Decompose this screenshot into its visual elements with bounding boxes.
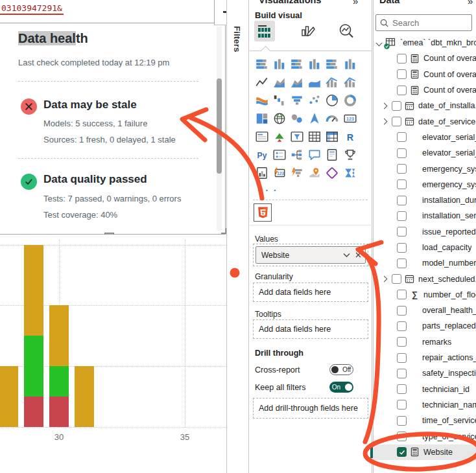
scatter-chart-icon[interactable] — [307, 93, 322, 108]
multi-row-card-icon[interactable] — [255, 130, 269, 144]
field-row-model-number[interactable]: model_number — [373, 255, 476, 271]
values-field-pill[interactable]: Website — [256, 246, 366, 264]
bar-segment-green[interactable] — [24, 336, 43, 397]
field-checkbox[interactable] — [392, 274, 401, 284]
field-row-next-scheduled-[interactable]: next_scheduled... — [373, 271, 476, 286]
q-and-a-icon[interactable] — [307, 148, 322, 162]
field-row-repair-actions-t-[interactable]: repair_actions_t... — [373, 350, 476, 365]
field-row-count-of-overal-[interactable]: Count of overal... — [373, 51, 476, 66]
field-row-technician-name[interactable]: technician_name — [373, 397, 476, 413]
field-checkbox[interactable] — [397, 447, 407, 457]
area-chart-icon[interactable] — [272, 75, 287, 89]
html5-custom-visual-selected[interactable] — [254, 203, 272, 222]
field-checkbox[interactable] — [397, 259, 407, 268]
treemap-icon[interactable] — [255, 111, 269, 126]
field-checkbox[interactable] — [397, 432, 407, 441]
table-icon[interactable] — [307, 130, 322, 144]
field-checkbox[interactable] — [397, 211, 407, 221]
field-row-overall-health-c-[interactable]: overall_health_c... — [373, 303, 476, 318]
power-automate-icon[interactable] — [343, 166, 357, 180]
matrix-icon[interactable] — [325, 130, 339, 144]
donut-chart-icon[interactable] — [343, 93, 357, 108]
field-row-elevator-serial-[interactable]: elevator_serial_... — [373, 145, 476, 161]
field-row-date-of-installa-[interactable]: date_of_installa... — [373, 98, 476, 113]
power-apps-icon[interactable] — [325, 166, 339, 180]
field-row-emergency-syst-[interactable]: emergency_syst... — [373, 161, 476, 176]
field-row-installation-dur-[interactable]: installation_dur... — [373, 192, 476, 208]
more-visuals-button[interactable]: . . . — [257, 182, 278, 193]
field-row-remarks[interactable]: remarks — [373, 334, 476, 350]
field-row-date-of-service[interactable]: date_of_service — [373, 113, 476, 129]
scorecard-icon[interactable]: 123 — [272, 166, 287, 180]
stacked-column-chart-icon[interactable] — [272, 57, 287, 71]
field-row-count-of-overal-[interactable]: Count of overal... — [373, 82, 476, 98]
field-checkbox[interactable] — [397, 384, 407, 394]
search-input[interactable] — [392, 18, 464, 28]
bar-segment-yellow[interactable] — [75, 366, 94, 427]
paginated-report-icon[interactable] — [255, 166, 269, 180]
field-row-number-of-floo-[interactable]: ∑number_of_floo... — [373, 287, 476, 303]
remove-field-icon[interactable] — [355, 252, 361, 258]
field-row-elevator-serial-[interactable]: elevator_serial_... — [373, 130, 476, 145]
field-checkbox[interactable] — [397, 306, 407, 316]
filters-pane-collapsed[interactable] — [226, 0, 249, 473]
stacked-area-chart-icon[interactable] — [290, 75, 304, 89]
bar-segment-red[interactable] — [24, 397, 43, 427]
100-stacked-bar-chart-icon[interactable] — [325, 57, 339, 71]
expand-chevron-icon[interactable] — [381, 276, 388, 283]
field-checkbox[interactable] — [397, 164, 407, 174]
field-checkbox[interactable] — [397, 132, 407, 142]
field-row-installation-serv-[interactable]: installation_serv... — [373, 208, 476, 224]
field-row-website[interactable]: Website — [373, 444, 476, 460]
field-checkbox[interactable] — [397, 400, 407, 410]
100-stacked-area-chart-icon[interactable] — [307, 75, 322, 89]
arcgis-map-icon[interactable] — [307, 166, 322, 180]
python-visual-icon[interactable]: Py — [255, 148, 269, 162]
100-stacked-column-chart-icon[interactable] — [343, 57, 357, 71]
line-and-stacked-column-chart-icon[interactable] — [325, 75, 339, 89]
bar-segment-yellow[interactable] — [24, 245, 43, 336]
field-checkbox[interactable] — [392, 101, 401, 111]
funnel-chart-icon[interactable] — [290, 93, 304, 108]
field-checkbox[interactable] — [397, 337, 407, 347]
field-checkbox[interactable] — [397, 227, 407, 236]
drill-through-well[interactable]: Add drill-through fields here — [253, 398, 368, 419]
tooltips-well[interactable]: Add data fields here — [253, 319, 368, 339]
kpi-icon[interactable] — [272, 130, 287, 144]
table-node-0[interactable]: `emea` `dbt_mkn_bron... — [373, 35, 476, 51]
field-checkbox[interactable] — [397, 148, 407, 158]
gauge-icon[interactable] — [325, 111, 339, 126]
keep-all-filters-toggle[interactable]: On — [329, 382, 353, 393]
r-script-visual-icon[interactable]: R — [343, 130, 357, 144]
field-row-issue-reported[interactable]: issue_reported — [373, 224, 476, 240]
card-icon[interactable]: 123 — [343, 111, 357, 126]
field-checkbox[interactable] — [397, 54, 407, 63]
expand-chevron-icon[interactable] — [381, 119, 388, 125]
expand-chevron-icon[interactable] — [381, 102, 388, 109]
data-health-tooltip-card[interactable]: Data health Last check completed today a… — [0, 23, 226, 235]
field-checkbox[interactable] — [397, 369, 407, 378]
clustered-column-chart-icon[interactable] — [307, 57, 322, 71]
field-checkbox[interactable] — [397, 321, 407, 331]
expand-chevron-icon[interactable] — [376, 40, 383, 46]
card-scrollbar[interactable] — [217, 27, 222, 231]
pie-chart-icon[interactable] — [325, 93, 339, 108]
bar-segment-yellow[interactable] — [0, 366, 18, 427]
smart-narrative-icon[interactable] — [325, 148, 339, 162]
clustered-bar-chart-icon[interactable] — [290, 57, 304, 71]
map-icon[interactable] — [272, 111, 287, 126]
field-row-type-of-service[interactable]: type_of_service — [373, 428, 476, 444]
bar-segment-yellow[interactable] — [49, 305, 69, 366]
field-row-load-capacity[interactable]: load_capacity — [373, 240, 476, 255]
field-checkbox[interactable] — [397, 69, 407, 79]
new-slicer-icon[interactable] — [272, 148, 287, 162]
field-checkbox[interactable] — [397, 196, 407, 205]
field-checkbox[interactable] — [397, 416, 407, 426]
visualizations-collapse-icon[interactable]: » — [353, 0, 358, 6]
field-row-count-of-overal-[interactable]: Count of overal... — [373, 67, 476, 82]
field-checkbox[interactable] — [397, 353, 407, 363]
decomposition-tree-icon[interactable] — [290, 148, 304, 162]
line-and-clustered-column-chart-icon[interactable] — [343, 75, 357, 89]
search-box[interactable] — [375, 14, 472, 31]
line-chart-icon[interactable] — [255, 75, 269, 89]
